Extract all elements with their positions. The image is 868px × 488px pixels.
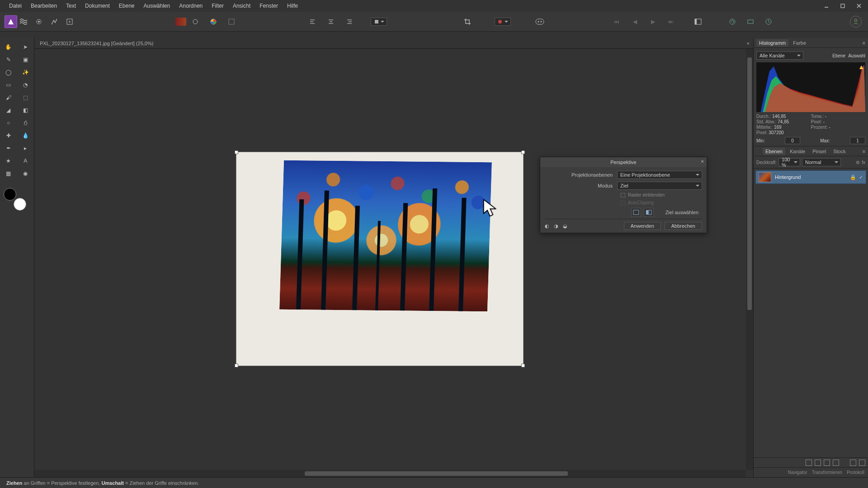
select-target-button[interactable]: Ziel auswählen — [662, 210, 702, 215]
transform-handle-br[interactable] — [521, 364, 525, 367]
menu-anordnen[interactable]: Anordnen — [175, 0, 207, 12]
viewport[interactable] — [34, 49, 753, 470]
hist-auswahl-label[interactable]: Auswahl — [848, 53, 865, 58]
tab-navigator[interactable]: Navigator — [788, 470, 807, 475]
menu-hilfe[interactable]: Hilfe — [283, 0, 302, 12]
planes-dropdown[interactable]: Eine Projektionsebene — [617, 171, 702, 179]
tab-histogramm[interactable]: Histogramm — [756, 39, 788, 47]
tab-transformieren[interactable]: Transformieren — [812, 470, 842, 475]
pencil-tool-icon[interactable]: ✎ — [1, 54, 16, 66]
align-right-icon[interactable] — [343, 15, 355, 28]
crop-icon[interactable] — [461, 15, 474, 28]
fill-tool-icon[interactable]: ◢ — [1, 104, 16, 116]
menu-dokument[interactable]: Dokument — [80, 0, 114, 12]
hand-tool-icon[interactable]: ✋ — [1, 41, 16, 53]
panel-menu-icon[interactable]: ≡ — [863, 40, 865, 46]
account-avatar-icon[interactable] — [850, 16, 862, 28]
dialog-titlebar[interactable]: Perspektive × — [540, 157, 707, 167]
delete-layer-icon[interactable] — [859, 460, 865, 466]
shape-tool-icon[interactable]: ★ — [1, 155, 16, 167]
group-icon[interactable] — [833, 460, 839, 466]
sync-c-icon[interactable] — [762, 15, 775, 28]
after-icon[interactable] — [644, 208, 654, 217]
menu-filter[interactable]: Filter — [207, 0, 228, 12]
scrollbar-horizontal[interactable] — [34, 470, 746, 477]
tab-pinsel[interactable]: Pinsel — [810, 148, 829, 155]
heal-tool-icon[interactable]: ✚ — [1, 130, 16, 141]
add-layer-icon[interactable] — [850, 460, 856, 466]
mode-dropdown[interactable]: Ziel — [617, 182, 702, 190]
document-tab[interactable]: PXL_20230127_135623241.jpg [Geändert] (2… — [34, 38, 753, 49]
menu-auswaehlen[interactable]: Auswählen — [139, 0, 175, 12]
transform-handle-tl[interactable] — [235, 150, 238, 154]
adjustment-icon[interactable] — [815, 460, 821, 466]
layer-row[interactable]: Hintergrund 🔒 ✓ — [755, 170, 866, 184]
channels-dropdown[interactable]: Alle Kanäle — [756, 52, 803, 60]
window-minimize[interactable] — [819, 2, 834, 10]
lasso-tool-icon[interactable]: ◯ — [1, 66, 16, 78]
cancel-button[interactable]: Abbrechen — [665, 222, 702, 230]
color-swatch[interactable] — [4, 188, 26, 211]
panel-toggle-icon[interactable] — [692, 15, 704, 28]
fx-add-icon[interactable] — [824, 460, 830, 466]
tab-kanaele[interactable]: Kanäle — [787, 148, 808, 155]
menu-bearbeiten[interactable]: Bearbeiten — [26, 0, 61, 12]
window-maximize[interactable] — [835, 2, 850, 10]
circle-tool-icon[interactable] — [189, 15, 202, 28]
align-center-icon[interactable] — [325, 15, 337, 28]
brush-tool-icon[interactable]: 🖌 — [1, 92, 16, 103]
layer-visibility-icon[interactable]: ✓ — [859, 174, 863, 180]
menu-datei[interactable]: Datei — [5, 0, 26, 12]
window-close[interactable] — [852, 2, 866, 10]
sync-a-icon[interactable] — [726, 15, 739, 28]
app-logo-icon[interactable] — [5, 15, 17, 28]
mask-icon[interactable] — [806, 460, 812, 466]
wand-tool-icon[interactable]: ✨ — [19, 66, 33, 78]
preset-b-icon[interactable]: ◑ — [554, 223, 561, 229]
blur-tool-icon[interactable]: 💧 — [19, 130, 33, 141]
transform-handle-tr[interactable] — [521, 150, 525, 154]
max-input[interactable] — [850, 137, 865, 144]
canvas-image[interactable] — [236, 152, 524, 366]
tab-ebenen[interactable]: Ebenen — [763, 148, 785, 155]
layer-settings-icon[interactable]: ⚙ — [856, 160, 860, 165]
eyedropper-tool-icon[interactable]: ◉ — [19, 168, 33, 179]
tab-stock[interactable]: Stock — [830, 148, 849, 155]
eraser-tool-icon[interactable]: ⬚ — [19, 92, 33, 103]
persona-liquify-icon[interactable] — [17, 15, 30, 28]
tab-farbe[interactable]: Farbe — [790, 39, 809, 47]
grid-checkbox[interactable] — [621, 193, 625, 197]
pen-tool-icon[interactable]: ✒ — [1, 142, 16, 154]
mesh-tool-icon[interactable]: ▦ — [1, 168, 16, 179]
menu-text[interactable]: Text — [61, 0, 80, 12]
before-icon[interactable] — [631, 208, 641, 217]
layer-lock-icon[interactable]: 🔒 — [850, 174, 856, 180]
brush-select-tool-icon[interactable]: ◔ — [19, 79, 33, 91]
menu-ansicht[interactable]: Ansicht — [228, 0, 255, 12]
clipping-warning-icon[interactable]: ▲ — [858, 63, 864, 70]
align-left-icon[interactable] — [307, 15, 319, 28]
hist-ebene-label[interactable]: Ebene — [832, 53, 845, 58]
persona-export-icon[interactable] — [63, 15, 76, 28]
layers-menu-icon[interactable]: ≡ — [863, 149, 865, 154]
marquee-tool-icon[interactable] — [225, 15, 238, 28]
min-input[interactable] — [785, 137, 800, 144]
persona-develop-icon[interactable] — [33, 15, 45, 28]
preset-a-icon[interactable]: ◐ — [545, 223, 552, 229]
transform-handle-bl[interactable] — [235, 364, 238, 367]
snap-dropdown[interactable] — [371, 18, 387, 26]
move-tool-icon[interactable]: ➤ — [19, 41, 33, 53]
tab-protokoll[interactable]: Protokoll — [847, 470, 864, 475]
preset-c-icon[interactable]: ◒ — [563, 223, 570, 229]
menu-fenster[interactable]: Fenster — [255, 0, 283, 12]
assistant-icon[interactable] — [533, 15, 546, 28]
apply-button[interactable]: Anwenden — [624, 222, 661, 230]
color-wheel-icon[interactable] — [207, 15, 220, 28]
document-tab-close-icon[interactable]: × — [747, 41, 750, 46]
text-tool-icon[interactable]: A — [19, 155, 33, 167]
marquee-rect-tool-icon[interactable]: ▭ — [1, 79, 16, 91]
menu-ebene[interactable]: Ebene — [114, 0, 139, 12]
opacity-input[interactable]: 100 % — [778, 158, 800, 166]
layer-fx-icon[interactable]: fx — [862, 160, 865, 165]
record-dropdown[interactable] — [495, 18, 511, 26]
